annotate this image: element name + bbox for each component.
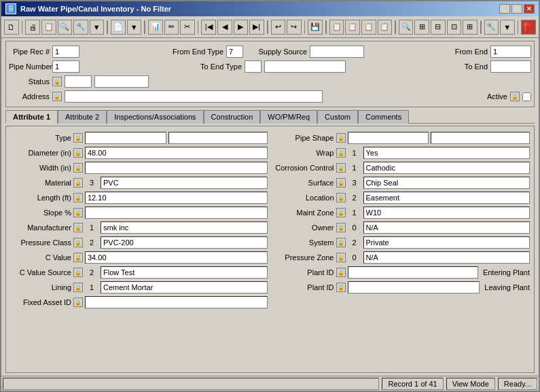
surface-input[interactable]	[363, 177, 530, 189]
redo-button[interactable]: ↪	[287, 20, 302, 35]
pipe-number-input[interactable]	[52, 60, 79, 73]
system-lock[interactable]: 🔒	[336, 238, 346, 247]
plant-id-leaving-lock[interactable]: 🔒	[336, 283, 346, 292]
pipe-shape-lock[interactable]: 🔒	[336, 133, 346, 143]
width-input[interactable]	[85, 162, 268, 174]
address-input[interactable]	[65, 90, 323, 103]
location-lock[interactable]: 🔒	[336, 193, 346, 202]
plant-id-entering-lock[interactable]: 🔒	[336, 268, 346, 277]
search2-button[interactable]: 🔍	[399, 20, 414, 35]
manufacturer-input[interactable]	[101, 221, 268, 234]
from-end-input[interactable]	[490, 46, 531, 58]
search-button[interactable]: 🔍	[58, 20, 73, 35]
tab-inspections[interactable]: Inspections/Associations	[107, 110, 203, 124]
edit-button[interactable]: ✏	[164, 20, 179, 35]
minimize-button[interactable]: _	[499, 4, 510, 14]
tab-attribute1[interactable]: Attribute 1	[5, 110, 58, 124]
plant-id-leaving-input[interactable]	[348, 281, 480, 293]
diameter-input[interactable]	[85, 147, 268, 159]
status-lock-btn[interactable]: 🔒	[52, 77, 62, 86]
owner-input[interactable]	[363, 221, 530, 234]
status-input[interactable]	[65, 75, 92, 88]
close-button[interactable]: ✕	[524, 4, 535, 14]
paste-button[interactable]: 📋	[345, 20, 360, 35]
cvalue-lock[interactable]: 🔒	[73, 253, 83, 262]
save-button[interactable]: 💾	[308, 20, 323, 35]
to-end-type-text-input[interactable]	[264, 60, 346, 73]
cvalue-input[interactable]	[85, 251, 268, 264]
width-lock[interactable]: 🔒	[73, 163, 83, 173]
location-input[interactable]	[363, 192, 530, 204]
pipe-shape-num-input[interactable]	[348, 132, 429, 144]
scissors-button[interactable]: ✂	[180, 20, 195, 35]
copy-button[interactable]: 📋	[329, 20, 344, 35]
pipe-rec-input[interactable]	[52, 46, 79, 58]
filter-dropdown[interactable]: ▼	[90, 20, 105, 35]
diameter-lock[interactable]: 🔒	[73, 148, 83, 158]
chart-button[interactable]: 📊	[148, 20, 163, 35]
tab-comments[interactable]: Comments	[358, 110, 409, 124]
wrap-input[interactable]	[363, 147, 530, 159]
cvalue-source-lock[interactable]: 🔒	[73, 268, 83, 277]
pipe-shape-input[interactable]	[431, 132, 530, 144]
clipboard2-button[interactable]: 📋	[378, 20, 393, 35]
settings-dropdown[interactable]: ▼	[500, 20, 515, 35]
grid2-button[interactable]: ⊟	[431, 20, 446, 35]
surface-lock[interactable]: 🔒	[336, 178, 346, 188]
slope-input[interactable]	[85, 207, 268, 219]
print-button[interactable]: 🖨	[25, 20, 40, 35]
grid3-button[interactable]: ⊡	[447, 20, 462, 35]
status-text-input[interactable]	[94, 75, 149, 88]
last-button[interactable]: ▶|	[249, 20, 264, 35]
material-lock[interactable]: 🔒	[73, 178, 83, 188]
fixed-asset-input[interactable]	[85, 296, 268, 308]
new-button[interactable]: 🗋	[4, 20, 19, 35]
tab-wo[interactable]: WO/PM/Req	[260, 110, 317, 124]
tab-construction[interactable]: Construction	[204, 110, 261, 124]
corrosion-input[interactable]	[363, 162, 530, 174]
maximize-button[interactable]: □	[511, 4, 522, 14]
lining-lock[interactable]: 🔒	[73, 283, 83, 292]
pressure-class-lock[interactable]: 🔒	[73, 238, 83, 247]
length-lock[interactable]: 🔒	[73, 193, 83, 202]
settings-button[interactable]: 🔧	[484, 20, 499, 35]
active-lock-btn[interactable]: 🔒	[510, 92, 520, 101]
pressure-class-input[interactable]	[101, 236, 268, 249]
active-checkbox[interactable]	[522, 92, 531, 101]
fixed-asset-lock[interactable]: 🔒	[73, 298, 83, 307]
flag-button[interactable]: 🚩	[521, 20, 536, 35]
pressure-zone-input[interactable]	[363, 251, 530, 264]
owner-lock[interactable]: 🔒	[336, 223, 346, 232]
preview-button[interactable]: 📋	[41, 20, 56, 35]
address-lock-btn[interactable]: 🔒	[52, 92, 62, 101]
lining-input[interactable]	[101, 281, 268, 293]
type-input[interactable]	[168, 132, 268, 144]
maint-zone-lock[interactable]: 🔒	[336, 208, 346, 217]
corrosion-lock[interactable]: 🔒	[336, 163, 346, 173]
plant-id-entering-input[interactable]	[348, 266, 478, 279]
grid4-button[interactable]: ⊞	[463, 20, 478, 35]
material-input[interactable]	[101, 177, 268, 189]
tab-custom[interactable]: Custom	[317, 110, 358, 124]
pressure-zone-lock[interactable]: 🔒	[336, 253, 346, 262]
clipboard-button[interactable]: 📋	[361, 20, 376, 35]
system-input[interactable]	[363, 236, 530, 249]
maint-zone-input[interactable]	[363, 207, 530, 219]
manufacturer-lock[interactable]: 🔒	[73, 223, 83, 232]
filter-button[interactable]: 🔧	[73, 20, 88, 35]
prev-button[interactable]: ◀	[217, 20, 232, 35]
from-end-type-input[interactable]	[226, 46, 243, 58]
wrap-lock[interactable]: 🔒	[336, 148, 346, 158]
type-lock[interactable]: 🔒	[73, 133, 83, 143]
list-button[interactable]: 📄	[111, 20, 126, 35]
grid-button[interactable]: ⊞	[414, 20, 429, 35]
list-dropdown[interactable]: ▼	[127, 20, 142, 35]
to-end-type-input[interactable]	[245, 60, 262, 73]
undo-button[interactable]: ↩	[271, 20, 286, 35]
first-button[interactable]: |◀	[201, 20, 216, 35]
slope-lock[interactable]: 🔒	[73, 208, 83, 217]
supply-source-input[interactable]	[310, 46, 364, 58]
length-input[interactable]	[85, 192, 268, 204]
type-num-input[interactable]	[85, 132, 166, 144]
next-button[interactable]: ▶	[234, 20, 249, 35]
